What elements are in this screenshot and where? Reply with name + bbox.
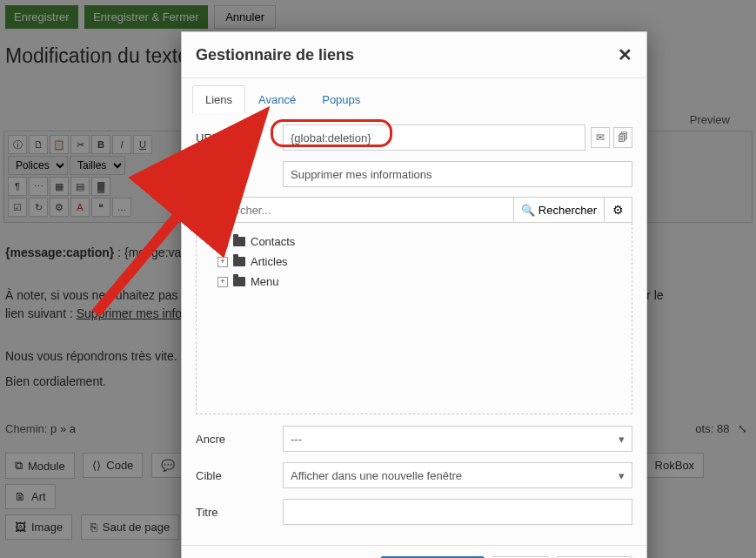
modal-form: URL ✉ 🗐 Texte 🔍Rechercher ⚙ + Contacts: [182, 113, 646, 545]
link-manager-modal: Gestionnaire de liens ✕ Liens Avancé Pop…: [181, 31, 647, 558]
url-row: URL ✉ 🗐: [196, 124, 632, 151]
text-input[interactable]: [283, 161, 632, 187]
tab-popups[interactable]: Popups: [309, 85, 373, 113]
url-label: URL: [196, 131, 283, 145]
anchor-label: Ancre: [196, 433, 283, 446]
tab-liens[interactable]: Liens: [192, 85, 245, 113]
target-label: Cible: [196, 469, 283, 482]
url-input[interactable]: [283, 124, 585, 151]
folder-icon: [233, 237, 245, 246]
tree-label: Menu: [251, 275, 279, 288]
envelope-icon[interactable]: ✉: [591, 127, 610, 148]
anchor-row: Ancre ---: [196, 425, 632, 453]
tree-label: Articles: [251, 255, 288, 268]
link-tree: + Contacts + Articles + Menu: [196, 223, 632, 414]
modal-footer: ✔Mettre à jour ?Aide ✖Annuler: [182, 545, 646, 558]
tree-label: Contacts: [251, 235, 295, 248]
modal-title: Gestionnaire de liens: [196, 46, 354, 64]
magnifier-icon: 🔍: [521, 204, 535, 217]
title-label: Titre: [196, 506, 283, 519]
close-icon[interactable]: ✕: [618, 44, 632, 65]
expand-icon[interactable]: +: [217, 277, 228, 287]
tab-avance[interactable]: Avancé: [245, 85, 309, 113]
folder-icon: [233, 257, 245, 266]
text-row: Texte: [196, 160, 632, 188]
search-button[interactable]: 🔍Rechercher: [514, 197, 605, 223]
title-row: Titre: [196, 498, 632, 526]
title-input[interactable]: [283, 499, 632, 525]
tree-item-menu[interactable]: + Menu: [212, 272, 626, 292]
expand-icon[interactable]: +: [217, 257, 228, 267]
modal-header: Gestionnaire de liens ✕: [182, 32, 646, 78]
modal-tabs: Liens Avancé Popups: [182, 78, 646, 113]
tree-item-contacts[interactable]: + Contacts: [212, 232, 626, 252]
anchor-select[interactable]: ---: [283, 426, 632, 452]
text-label: Texte: [196, 168, 283, 181]
folder-icon: [233, 277, 245, 286]
tree-item-articles[interactable]: + Articles: [212, 252, 626, 272]
gear-icon[interactable]: ⚙: [605, 197, 632, 223]
target-row: Cible Afficher dans une nouvelle fenêtre: [196, 461, 632, 489]
search-row: 🔍Rechercher ⚙: [196, 197, 632, 223]
browse-icon[interactable]: 🗐: [613, 127, 632, 148]
expand-icon[interactable]: +: [217, 237, 228, 247]
target-select[interactable]: Afficher dans une nouvelle fenêtre: [283, 462, 632, 488]
search-input[interactable]: [196, 197, 514, 223]
